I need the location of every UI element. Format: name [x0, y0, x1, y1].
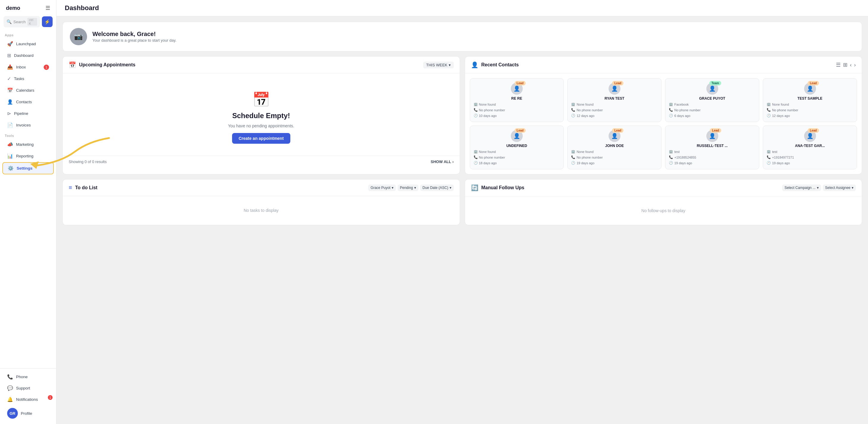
sidebar-item-profile[interactable]: GR Profile: [2, 405, 54, 421]
sidebar-item-contacts[interactable]: 👤 Contacts: [2, 96, 54, 107]
notifications-icon: 🔔: [7, 397, 13, 402]
week-filter[interactable]: THIS WEEK ▾: [423, 62, 454, 68]
campaign-filter[interactable]: Select Campaign ... ▾: [782, 185, 821, 191]
contact-time: 🕐 12 days ago: [767, 114, 853, 117]
todo-status-label: Pending: [400, 186, 413, 190]
sidebar-item-pipeline[interactable]: ⊳ Pipeline: [2, 108, 54, 119]
create-appointment-button[interactable]: Create an appointment: [232, 133, 290, 144]
clock-icon: 🕐: [767, 114, 771, 117]
appointments-icon: 📅: [69, 61, 76, 68]
contact-card[interactable]: 👤 Lead ANA-TEST GAR... 🏢 test 📞 +1918497…: [763, 125, 857, 169]
dashboard-label: Dashboard: [14, 53, 34, 58]
contact-time: 🕐 6 days ago: [669, 114, 755, 117]
sidebar-item-invoices[interactable]: 📄 Invoices: [2, 120, 54, 131]
grid-view-icon[interactable]: ⊞: [843, 62, 847, 68]
prev-arrow-icon[interactable]: ‹: [850, 62, 851, 68]
chevron-down-icon: ▾: [817, 186, 819, 190]
building-icon: 🏢: [474, 150, 478, 153]
contact-card[interactable]: 👤 Lead RE RE 🏢 None found 📞 No phone num…: [470, 78, 564, 122]
contact-card[interactable]: 👤 Team GRACE PUYOT 🏢 Facebook 📞 No phone…: [665, 78, 759, 122]
reporting-icon: 📊: [7, 153, 13, 159]
sidebar-item-launchpad[interactable]: 🚀 Launchpad: [2, 38, 54, 49]
todo-date-filter[interactable]: Due Date (ASC) ▾: [420, 185, 454, 191]
appointments-footer: Showing 0 of 0 results SHOW ALL ›: [63, 156, 460, 168]
todo-assignee-filter[interactable]: Grace Puyot ▾: [368, 185, 396, 191]
person-icon: 👤: [807, 133, 813, 139]
chevron-down-icon: ▾: [449, 63, 451, 67]
contact-phone: 📞 +19184977271: [767, 155, 853, 159]
search-label: Search: [13, 20, 26, 24]
contact-company: 🏢 None found: [571, 150, 658, 153]
todo-panel: ≡ To do List Grace Puyot ▾ Pending ▾ Due…: [62, 179, 460, 225]
invoices-icon: 📄: [7, 122, 13, 128]
list-view-icon[interactable]: ☰: [836, 62, 841, 68]
support-icon: 💬: [7, 385, 13, 391]
person-icon: 👤: [611, 85, 618, 92]
building-icon: 🏢: [571, 102, 575, 106]
clock-icon: 🕐: [571, 114, 575, 117]
chevron-right-icon: ›: [452, 160, 454, 164]
clock-icon: 🕐: [474, 161, 478, 165]
contact-name: JOHN DOE: [605, 144, 624, 148]
todo-status-filter[interactable]: Pending ▾: [398, 185, 418, 191]
welcome-title: Welcome back, Grace!: [92, 31, 177, 37]
assignee-filter[interactable]: Select Assignee ▾: [823, 185, 856, 191]
contact-avatar: 👤 Lead: [804, 83, 816, 95]
phone-icon: 📞: [767, 108, 771, 112]
contact-badge: Lead: [515, 81, 526, 85]
contacts-header-actions: ☰ ⊞ ‹ ›: [836, 62, 856, 68]
contact-badge: Lead: [612, 81, 623, 85]
week-label: THIS WEEK: [426, 63, 447, 67]
camera-icon: 📷: [74, 32, 83, 41]
notifications-badge: 1: [48, 395, 53, 400]
next-arrow-icon[interactable]: ›: [854, 62, 856, 68]
apps-section-label: Apps: [0, 30, 56, 38]
followups-empty: No follow-ups to display: [465, 196, 862, 225]
sidebar-item-phone[interactable]: 📞 Phone: [2, 371, 54, 383]
sidebar-item-dashboard[interactable]: ⊞ Dashboard: [2, 50, 54, 61]
sidebar-item-reporting[interactable]: 📊 Reporting: [2, 150, 54, 162]
lightning-button[interactable]: ⚡: [42, 17, 53, 27]
contacts-title: Recent Contacts: [482, 62, 833, 67]
settings-label: Settings: [17, 166, 32, 170]
search-shortcut: ctrl K: [27, 18, 37, 26]
sidebar-item-support[interactable]: 💬 Support: [2, 383, 54, 394]
contact-name: GRACE PUYOT: [699, 96, 725, 101]
building-icon: 🏢: [767, 150, 771, 153]
contact-company: 🏢 Facebook: [669, 102, 755, 106]
contact-card[interactable]: 👤 Lead UNDEFINED 🏢 None found 📞 No phone…: [470, 125, 564, 169]
contact-badge: Lead: [515, 128, 526, 133]
tools-section-label: Tools: [0, 131, 56, 139]
contact-card[interactable]: 👤 Lead JOHN DOE 🏢 None found 📞 No phone …: [567, 125, 661, 169]
show-all-button[interactable]: SHOW ALL ›: [431, 160, 454, 164]
contacts-icon: 👤: [7, 99, 13, 105]
calendars-label: Calendars: [16, 88, 34, 92]
sidebar-item-notifications[interactable]: 🔔 Notifications 1: [2, 394, 54, 405]
contact-phone: 📞 No phone number: [669, 108, 755, 112]
pipeline-icon: ⊳: [7, 111, 11, 116]
sidebar-item-inbox[interactable]: 📥 Inbox 1: [2, 62, 54, 73]
todo-panel-header: ≡ To do List Grace Puyot ▾ Pending ▾ Due…: [63, 179, 460, 196]
contact-name: UNDEFINED: [506, 144, 527, 148]
tasks-label: Tasks: [14, 77, 24, 81]
campaign-filter-label: Select Campaign ...: [784, 186, 816, 190]
contacts-grid: 👤 Lead RE RE 🏢 None found 📞 No phone num…: [465, 74, 862, 174]
contact-card[interactable]: 👤 Lead RYAN TEST 🏢 None found 📞 No phone…: [567, 78, 661, 122]
sidebar-item-settings[interactable]: ⚙️ Settings: [2, 162, 54, 174]
sidebar-item-marketing[interactable]: 📣 Marketing: [2, 139, 54, 150]
appointments-panel-header: 📅 Upcoming Appointments THIS WEEK ▾: [63, 57, 460, 74]
hamburger-icon[interactable]: ☰: [45, 5, 50, 11]
contact-card[interactable]: 👤 Lead RUSSELL-TEST ... 🏢 test 📞 +191885…: [665, 125, 759, 169]
todo-filters: Grace Puyot ▾ Pending ▾ Due Date (ASC) ▾: [368, 185, 454, 191]
empty-title: Schedule Empty!: [232, 112, 290, 120]
welcome-text: Welcome back, Grace! Your dashboard is a…: [92, 31, 177, 43]
person-icon: 👤: [611, 133, 618, 139]
contact-card[interactable]: 👤 Lead TEST SAMPLE 🏢 None found 📞 No pho…: [763, 78, 857, 122]
contact-badge: Lead: [808, 128, 819, 133]
chevron-down-icon: ▾: [392, 186, 394, 190]
sidebar-item-calendars[interactable]: 📅 Calendars: [2, 85, 54, 96]
search-bar[interactable]: 🔍 Search ctrl K: [4, 16, 40, 27]
assignee-filter-label: Select Assignee: [825, 186, 850, 190]
marketing-label: Marketing: [16, 142, 34, 147]
sidebar-item-tasks[interactable]: ✓ Tasks: [2, 73, 54, 84]
